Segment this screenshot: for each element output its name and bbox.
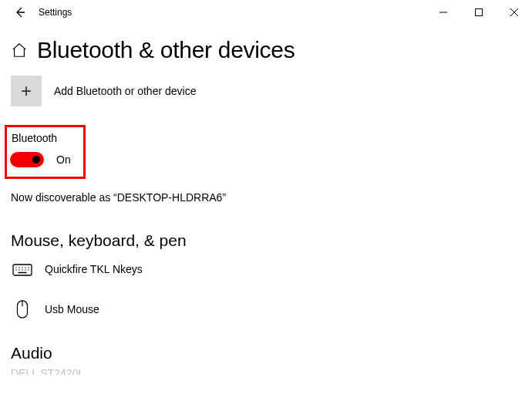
window-controls (426, 0, 532, 25)
close-button[interactable] (497, 0, 532, 25)
bluetooth-section-label: Bluetooth (12, 132, 71, 144)
device-item-mouse[interactable]: Usb Mouse (11, 298, 521, 321)
minimize-icon (439, 8, 448, 17)
bluetooth-toggle[interactable] (10, 152, 44, 167)
device-name-label: Usb Mouse (45, 303, 99, 315)
toggle-knob (32, 156, 40, 163)
page-header: Bluetooth & other devices (0, 25, 532, 71)
maximize-button[interactable] (461, 0, 497, 25)
svg-rect-0 (476, 9, 483, 16)
back-button[interactable] (6, 0, 34, 25)
arrow-left-icon (14, 6, 26, 19)
section-heading-audio: Audio (11, 344, 521, 362)
home-icon[interactable] (11, 42, 28, 59)
app-title: Settings (39, 7, 72, 18)
minimize-button[interactable] (426, 0, 461, 25)
highlight-annotation: Bluetooth On (5, 125, 86, 179)
bluetooth-toggle-row: On (10, 152, 71, 167)
page-title: Bluetooth & other devices (37, 37, 295, 63)
device-name-label: Quickfire TKL Nkeys (45, 263, 143, 275)
device-item-keyboard[interactable]: Quickfire TKL Nkeys (11, 258, 521, 281)
device-item-audio-partial[interactable]: DELL ST2420L (11, 367, 521, 375)
discoverable-text: Now discoverable as “DESKTOP-HLDRRA6” (11, 191, 521, 204)
titlebar: Settings (0, 0, 532, 25)
plus-icon: + (11, 76, 42, 106)
bluetooth-toggle-state: On (56, 153, 71, 166)
content-panel: + Add Bluetooth or other device Bluetoot… (0, 71, 532, 375)
add-device-label: Add Bluetooth or other device (54, 85, 196, 97)
mouse-icon (11, 298, 34, 321)
maximize-icon (474, 8, 483, 17)
add-device-button[interactable]: + Add Bluetooth or other device (11, 76, 521, 106)
section-heading-mouse: Mouse, keyboard, & pen (11, 231, 521, 250)
close-icon (510, 8, 519, 17)
keyboard-icon (11, 258, 34, 281)
